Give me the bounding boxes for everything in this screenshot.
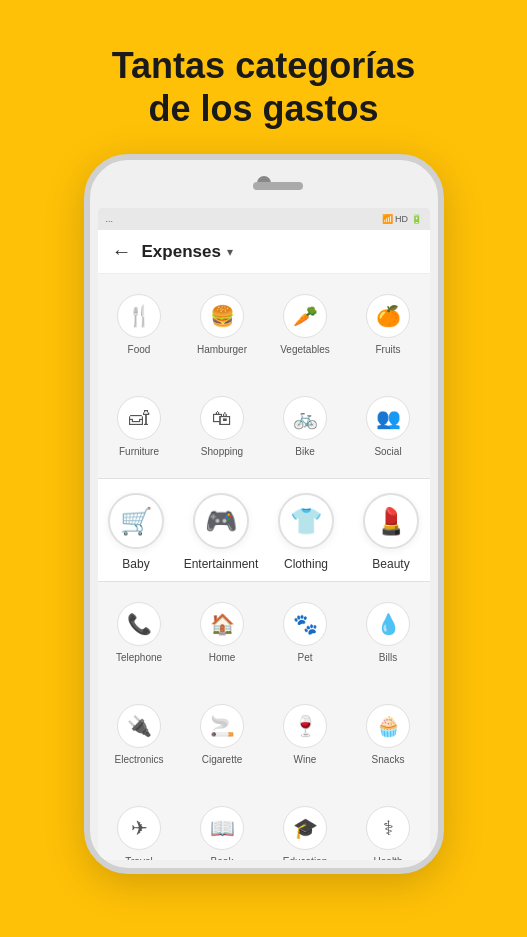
app-title: Expenses (142, 242, 221, 262)
baby-icon: 🛒 (108, 493, 164, 549)
list-item[interactable]: 🛍 Shopping (181, 384, 264, 470)
list-item[interactable]: 🚬 Cigarette (181, 692, 264, 778)
back-button[interactable]: ← (112, 240, 132, 263)
list-item[interactable]: 👕 Clothing (264, 493, 349, 571)
snacks-label: Snacks (372, 754, 405, 766)
hamburger-label: Hamburger (197, 344, 247, 356)
fruits-label: Fruits (376, 344, 401, 356)
health-icon: ⚕ (366, 806, 410, 850)
phone-speaker (253, 182, 303, 190)
list-item[interactable]: 🔌 Electronics (98, 692, 181, 778)
vegetables-label: Vegetables (280, 344, 330, 356)
social-label: Social (374, 446, 401, 458)
telephone-label: Telephone (116, 652, 162, 664)
fruits-icon: 🍊 (366, 294, 410, 338)
list-item[interactable]: 🛋 Furniture (98, 384, 181, 470)
wine-icon: 🍷 (283, 704, 327, 748)
list-item[interactable]: 🏠 Home (181, 590, 264, 676)
social-icon: 👥 (366, 396, 410, 440)
list-item[interactable]: 🚲 Bike (264, 384, 347, 470)
list-item[interactable]: 🥕 Vegetables (264, 282, 347, 368)
headline-line2: de los gastos (148, 88, 378, 129)
dropdown-arrow-icon[interactable]: ▾ (227, 245, 233, 259)
bike-label: Bike (295, 446, 314, 458)
phone-shell: ... 📶 HD 🔋 ← Expenses ▾ 🍴 Food 🍔 (84, 154, 444, 874)
snacks-icon: 🧁 (366, 704, 410, 748)
bills-label: Bills (379, 652, 397, 664)
baby-label: Baby (122, 557, 149, 571)
headline: Tantas categorías de los gastos (82, 44, 445, 130)
category-row-3: 📞 Telephone 🏠 Home 🐾 Pet 💧 Bills (98, 582, 430, 684)
vegetables-icon: 🥕 (283, 294, 327, 338)
list-item[interactable]: 🐾 Pet (264, 590, 347, 676)
category-row-4: 🔌 Electronics 🚬 Cigarette 🍷 Wine 🧁 Snack… (98, 684, 430, 786)
list-item[interactable]: ✈ Travel (98, 794, 181, 860)
list-item[interactable]: 📞 Telephone (98, 590, 181, 676)
app-bar: ← Expenses ▾ (98, 230, 430, 274)
education-label: Education (283, 856, 327, 860)
headline-line1: Tantas categorías (112, 45, 415, 86)
cigarette-icon: 🚬 (200, 704, 244, 748)
shopping-icon: 🛍 (200, 396, 244, 440)
bike-icon: 🚲 (283, 396, 327, 440)
highlight-row: 🛒 Baby 🎮 Entertainment 👕 Clothing 💄 Beau… (98, 478, 430, 582)
category-row-2: 🛋 Furniture 🛍 Shopping 🚲 Bike 👥 Social (98, 376, 430, 478)
status-icons: 📶 HD 🔋 (382, 214, 422, 224)
list-item[interactable]: 🍷 Wine (264, 692, 347, 778)
list-item[interactable]: 🧁 Snacks (347, 692, 430, 778)
list-item[interactable]: 🎮 Entertainment (179, 493, 264, 571)
list-item[interactable]: ⚕ Health (347, 794, 430, 860)
book-label: Book (211, 856, 234, 860)
hamburger-icon: 🍔 (200, 294, 244, 338)
list-item[interactable]: 🎓 Education (264, 794, 347, 860)
pet-label: Pet (297, 652, 312, 664)
furniture-icon: 🛋 (117, 396, 161, 440)
clothing-icon: 👕 (278, 493, 334, 549)
status-bar: ... 📶 HD 🔋 (98, 208, 430, 230)
bills-icon: 💧 (366, 602, 410, 646)
wine-label: Wine (294, 754, 317, 766)
list-item[interactable]: 👥 Social (347, 384, 430, 470)
electronics-icon: 🔌 (117, 704, 161, 748)
list-item[interactable]: 🍊 Fruits (347, 282, 430, 368)
phone-screen: ... 📶 HD 🔋 ← Expenses ▾ 🍴 Food 🍔 (98, 208, 430, 860)
scroll-area: 🍴 Food 🍔 Hamburger 🥕 Vegetables 🍊 Fruits (98, 274, 430, 860)
list-item[interactable]: 🍔 Hamburger (181, 282, 264, 368)
list-item[interactable]: 💧 Bills (347, 590, 430, 676)
book-icon: 📖 (200, 806, 244, 850)
category-row-5: ✈ Travel 📖 Book 🎓 Education ⚕ Health (98, 786, 430, 860)
category-row-1: 🍴 Food 🍔 Hamburger 🥕 Vegetables 🍊 Fruits (98, 274, 430, 376)
home-label: Home (209, 652, 236, 664)
food-label: Food (128, 344, 151, 356)
entertainment-icon: 🎮 (193, 493, 249, 549)
list-item[interactable]: 📖 Book (181, 794, 264, 860)
electronics-label: Electronics (115, 754, 164, 766)
travel-icon: ✈ (117, 806, 161, 850)
beauty-label: Beauty (372, 557, 409, 571)
food-icon: 🍴 (117, 294, 161, 338)
pet-icon: 🐾 (283, 602, 327, 646)
entertainment-label: Entertainment (184, 557, 259, 571)
list-item[interactable]: 🛒 Baby (98, 493, 179, 571)
travel-label: Travel (125, 856, 152, 860)
list-item[interactable]: 🍴 Food (98, 282, 181, 368)
furniture-label: Furniture (119, 446, 159, 458)
education-icon: 🎓 (283, 806, 327, 850)
shopping-label: Shopping (201, 446, 243, 458)
phone-mockup: ... 📶 HD 🔋 ← Expenses ▾ 🍴 Food 🍔 (84, 154, 444, 874)
list-item[interactable]: 💄 Beauty (349, 493, 430, 571)
beauty-icon: 💄 (363, 493, 419, 549)
telephone-icon: 📞 (117, 602, 161, 646)
status-time: ... (106, 214, 114, 224)
home-icon: 🏠 (200, 602, 244, 646)
clothing-label: Clothing (284, 557, 328, 571)
health-label: Health (374, 856, 403, 860)
cigarette-label: Cigarette (202, 754, 243, 766)
